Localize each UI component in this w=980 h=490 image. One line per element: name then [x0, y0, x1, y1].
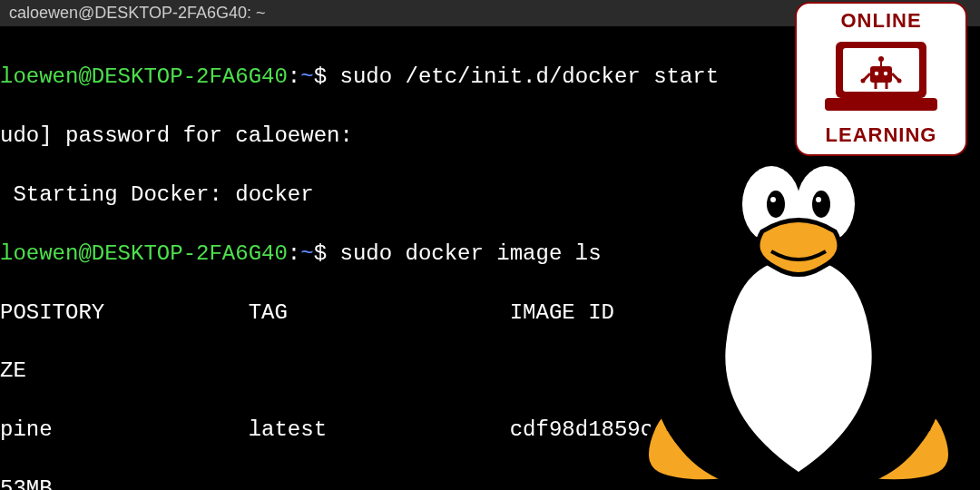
- svg-point-18: [770, 197, 776, 202]
- svg-point-7: [884, 72, 887, 75]
- svg-rect-5: [870, 66, 892, 83]
- svg-point-11: [897, 79, 902, 83]
- badge-bottom-label: LEARNING: [826, 123, 937, 147]
- prompt-host: loewen@DESKTOP-2FA6G40: [0, 64, 288, 89]
- laptop-robot-icon: [818, 37, 945, 119]
- prompt-colon: :: [288, 64, 300, 89]
- prompt-path: ~: [300, 64, 313, 89]
- svg-point-16: [767, 191, 785, 218]
- tux-penguin-icon: [608, 118, 980, 490]
- svg-point-17: [812, 191, 830, 218]
- svg-rect-2: [825, 98, 937, 111]
- prompt-dollar: $: [314, 64, 327, 89]
- command-1: sudo /etc/init.d/docker start: [339, 64, 719, 89]
- svg-point-19: [816, 197, 821, 202]
- online-learning-badge: ONLINE LEARNING: [795, 2, 967, 156]
- window-title: caloewen@DESKTOP-2FA6G40: ~: [9, 4, 266, 22]
- command-text: [327, 64, 339, 89]
- svg-point-6: [875, 72, 878, 75]
- svg-point-10: [861, 79, 866, 83]
- command-2: sudo docker image ls: [339, 241, 601, 266]
- prompt-host: loewen@DESKTOP-2FA6G40: [0, 241, 288, 266]
- badge-top-label: ONLINE: [840, 9, 921, 33]
- svg-point-3: [878, 56, 884, 62]
